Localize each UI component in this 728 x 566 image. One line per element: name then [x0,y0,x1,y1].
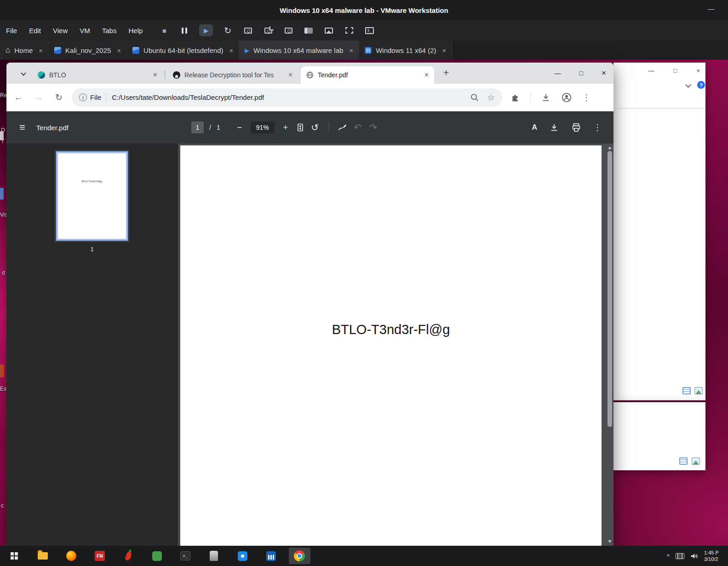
extensions-puzzle-icon[interactable] [510,92,520,102]
zoom-level[interactable]: 91% [251,121,275,133]
power-off-icon[interactable]: ■ [159,25,170,36]
desktop-icon-label[interactable]: d [2,270,5,276]
page-number-input[interactable]: 1 [191,121,204,133]
desktop-icon-label[interactable]: c [1,502,4,509]
scroll-up-icon[interactable] [608,146,612,149]
taskbar-terminal[interactable]: >_ [171,546,200,566]
minimize-icon[interactable]: — [555,69,561,77]
taskbar-chili-app[interactable] [114,546,143,566]
maximize-icon[interactable]: □ [579,69,583,77]
minimize-icon[interactable]: — [648,67,654,74]
annotate-draw-icon[interactable] [338,122,348,133]
add-text-icon[interactable]: A [532,123,537,132]
thumbnail-bar-icon[interactable] [323,25,334,36]
menu-tabs[interactable]: Tabs [96,23,123,38]
start-button[interactable] [0,546,29,566]
vm-tab-ubuntu[interactable]: Ubuntu 64-bit (letsdefend) × [127,40,239,60]
vm-tab-windows10[interactable]: ▶ Windows 10 x64 malware lab × [239,40,359,60]
zoom-in-icon[interactable]: + [280,123,291,133]
chrome-menu-kebab-icon[interactable]: ⋮ [582,92,590,103]
revert-snapshot-icon[interactable] [263,25,274,36]
page-thumbnail[interactable]: BTLO-T3nd3r-Fl@g [58,153,126,239]
fullscreen-icon[interactable] [344,25,355,36]
power-on-icon[interactable]: ▶ [199,24,213,36]
redo-icon[interactable]: ↷ [368,122,379,133]
fit-page-icon[interactable] [296,123,305,132]
touch-keyboard-icon[interactable] [676,553,684,559]
close-icon[interactable]: × [39,46,43,54]
image-object-icon[interactable] [694,387,703,394]
scheme-chip[interactable]: File [90,93,101,101]
scrollbar[interactable] [607,144,613,545]
tray-expand-icon[interactable]: ^ [667,553,670,560]
desktop-icon-label[interactable]: Ex [0,386,6,392]
pdf-more-kebab-icon[interactable]: ⋮ [593,122,602,133]
undo-icon[interactable]: ↶ [352,122,363,133]
zoom-out-icon[interactable]: − [234,123,245,133]
desktop-icon-fragment[interactable] [0,131,4,140]
chevron-down-icon[interactable] [685,82,691,88]
vm-tab-kali[interactable]: Kali_nov_2025 × [49,40,127,60]
vm-tab-home[interactable]: ⌂ Home × [0,40,49,60]
menu-view[interactable]: View [47,23,74,38]
background-window-lower[interactable] [613,402,705,470]
close-icon[interactable]: × [696,67,700,74]
taskbar-file-explorer[interactable] [29,546,57,566]
close-icon[interactable]: × [424,71,429,79]
url-omnibox[interactable]: i File C:/Users/tate/Downloads/TeslaDecr… [72,88,502,107]
image-object-icon[interactable] [692,457,700,465]
background-window-upper[interactable]: — □ × ? [613,63,705,400]
snapshot-icon[interactable] [242,25,253,36]
tab-search-button[interactable] [17,68,29,80]
suspend-icon[interactable] [179,25,190,36]
pdf-menu-icon[interactable]: ≡ [19,121,25,133]
close-icon[interactable]: × [229,46,234,54]
info-icon[interactable]: i [79,93,87,101]
bookmark-star-icon[interactable]: ☆ [487,92,495,103]
text-field[interactable] [618,94,704,109]
library-panel-icon[interactable] [303,25,314,36]
vm-tab-windows11[interactable]: Windows 11 x64 (2) × [359,40,452,60]
console-view-icon[interactable]: $_ [364,25,375,36]
maximize-icon[interactable]: □ [674,67,677,74]
table-object-icon[interactable] [682,387,691,394]
taskbar-green-app[interactable] [143,546,171,566]
menu-vm[interactable]: VM [74,23,96,38]
close-icon[interactable]: × [288,71,292,79]
browser-tab-tender-pdf[interactable]: Tender.pdf × [301,66,434,84]
desktop-icon-fragment[interactable] [0,364,4,377]
profile-avatar-icon[interactable] [561,92,572,103]
taskbar-clock[interactable]: 1:45 P 3/10/2 [704,549,727,562]
browser-tab-github[interactable]: Release Decryption tool for Tes × [167,66,298,84]
forward-icon[interactable]: → [30,89,47,106]
menu-help[interactable]: Help [122,23,149,38]
close-icon[interactable]: × [153,71,157,79]
taskbar-chrome[interactable] [285,546,314,566]
taskbar-blue-app[interactable] [228,546,257,566]
snapshot-manager-icon[interactable] [283,25,294,36]
rotate-icon[interactable]: ↺ [310,122,321,133]
close-icon[interactable]: × [117,46,121,54]
table-object-icon[interactable] [679,457,688,465]
taskbar-chart-app[interactable] [257,546,285,566]
back-icon[interactable]: ← [10,89,27,106]
taskbar-firefox[interactable] [57,546,86,566]
zoom-icon[interactable] [470,93,479,102]
taskbar-gray-app[interactable] [200,546,228,566]
desktop-icon-fragment[interactable] [0,188,4,200]
download-icon[interactable] [549,122,559,133]
close-icon[interactable]: × [602,69,606,78]
volume-icon[interactable] [690,553,698,560]
scroll-down-icon[interactable] [608,540,612,543]
url-text[interactable]: C:/Users/tate/Downloads/TeslaDecrypt/Ten… [112,93,264,101]
close-icon[interactable]: × [349,46,353,54]
scrollbar-thumb[interactable] [608,151,612,427]
close-icon[interactable]: × [442,46,447,54]
vmware-minimize-button[interactable]: — [708,5,714,12]
downloads-icon[interactable] [541,92,551,103]
browser-tab-btlo[interactable]: BTLO × [32,66,163,84]
new-tab-button[interactable]: + [443,67,449,78]
reload-icon[interactable]: ↻ [51,89,67,106]
help-icon[interactable]: ? [697,81,705,89]
print-icon[interactable] [571,122,581,133]
